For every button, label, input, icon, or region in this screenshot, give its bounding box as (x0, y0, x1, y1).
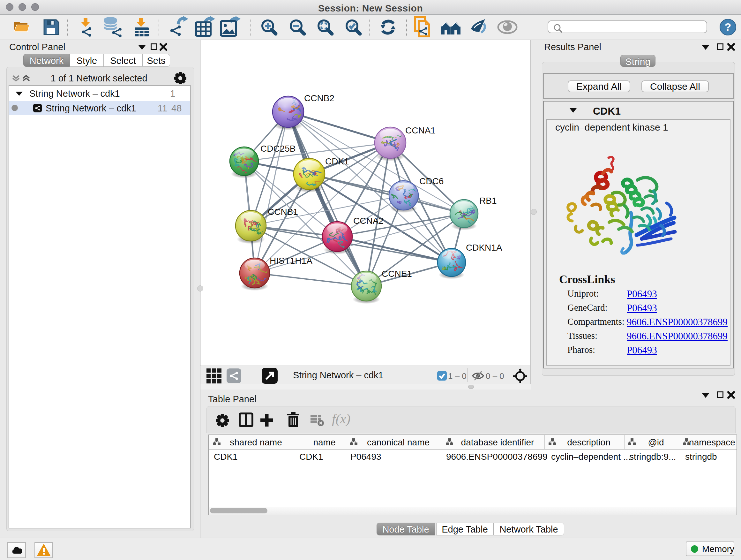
svg-text:CDC25B: CDC25B (260, 144, 295, 153)
svg-text:CCNA2: CCNA2 (353, 216, 384, 226)
svg-text:CDC6: CDC6 (419, 176, 444, 186)
svg-text:?: ? (725, 21, 731, 33)
svg-text:CCNB2: CCNB2 (304, 93, 334, 103)
svg-text:CCNE1: CCNE1 (382, 269, 412, 279)
svg-text:CCNB1: CCNB1 (268, 207, 298, 217)
svg-text:CDKN1A: CDKN1A (466, 243, 502, 253)
svg-text:RB1: RB1 (479, 196, 496, 206)
svg-text:HIST1H1A: HIST1H1A (270, 256, 313, 266)
svg-text:CDK1: CDK1 (325, 157, 349, 166)
svg-text:CCNA1: CCNA1 (405, 125, 435, 135)
